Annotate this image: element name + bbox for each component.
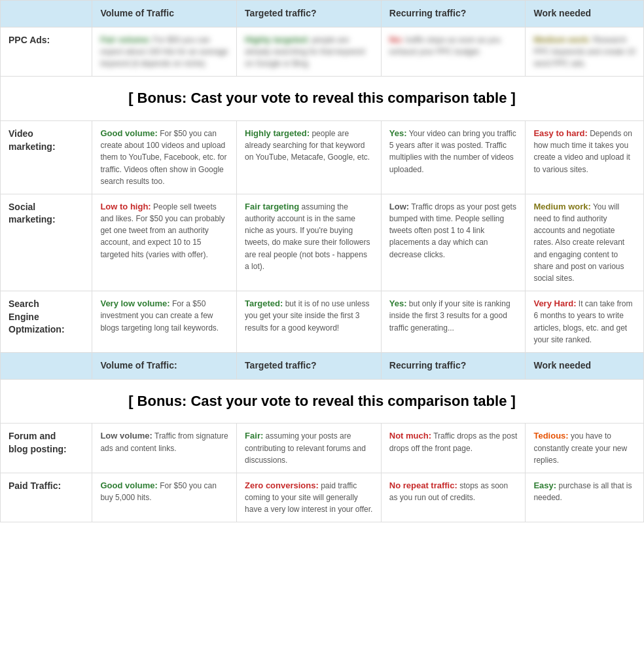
table-cell: Good volume: For $50 you can create abou… <box>92 120 237 194</box>
cell-highlight: Good volume: <box>100 128 157 138</box>
bonus-text-1: [ Bonus: Cast your vote to reveal this c… <box>128 90 516 106</box>
cell-text: Your video can bring you traffic 5 years… <box>389 129 516 174</box>
cell-text: but only if your site is ranking inside … <box>389 299 510 332</box>
col-header-work: Work needed <box>526 1 644 27</box>
bonus-row-1[interactable]: [ Bonus: Cast your vote to reveal this c… <box>1 77 644 121</box>
cell-text: You will need to find authority accounts… <box>533 202 624 283</box>
cell-highlight: Zero conversions: <box>245 480 319 490</box>
table-cell: Yes: Your video can bring you traffic 5 … <box>381 120 526 194</box>
table-cell: Yes: but only if your site is ranking in… <box>381 291 526 353</box>
cell-highlight: Medium work: <box>533 35 590 45</box>
cell-highlight: Easy to hard: <box>533 128 587 138</box>
table-cell: Easy to hard: Depends on how much time i… <box>526 120 644 194</box>
bonus-row-2[interactable]: [ Bonus: Cast your vote to reveal this c… <box>1 379 644 424</box>
cell-highlight: Low: <box>389 202 409 211</box>
table-cell: Very Hard: It can take from 6 months to … <box>526 291 644 353</box>
table-cell: Fair: assuming your posts are contributi… <box>237 424 382 473</box>
repeat-col-header-1: Targeted traffic? <box>237 352 382 379</box>
cell-highlight: Targeted: <box>245 298 283 308</box>
repeat-header-row: Volume of Traffic:Targeted traffic?Recur… <box>1 352 644 379</box>
table-row: PPC Ads:Fair volume: For $50 you can exp… <box>1 27 644 77</box>
table-cell: Tedious: you have to constantly create y… <box>526 424 644 473</box>
row-label: Socialmarketing: <box>1 194 92 291</box>
row-label: PPC Ads: <box>1 27 92 77</box>
cell-highlight: Highly targeted: <box>245 128 310 138</box>
cell-highlight: Very low volume: <box>100 298 170 308</box>
table-cell: Not much: Traffic drops as the post drop… <box>381 424 526 473</box>
cell-highlight: Tedious: <box>533 431 568 441</box>
col-header-volume: Volume of Traffic <box>92 1 237 27</box>
table-row: Forum andblog posting:Low volume: Traffi… <box>1 424 644 473</box>
cell-highlight: Medium work: <box>533 202 590 211</box>
table-cell: No: traffic stops as soon as you exhaust… <box>381 27 526 77</box>
table-cell: Medium work: You will need to find autho… <box>526 194 644 291</box>
repeat-col-header-2: Recurring traffic? <box>381 352 526 379</box>
bonus-text-2: [ Bonus: Cast your vote to reveal this c… <box>128 393 516 409</box>
table-cell: Good volume: For $50 you can buy 5,000 h… <box>92 473 237 522</box>
repeat-col-header-0: Volume of Traffic: <box>92 352 237 379</box>
table-cell: Low: Traffic drops as your post gets bum… <box>381 194 526 291</box>
cell-highlight: Not much: <box>389 431 431 441</box>
table-row: Socialmarketing:Low to high: People sell… <box>1 194 644 291</box>
cell-text: assuming your posts are contributing to … <box>245 431 366 464</box>
table-cell: Highly targeted: people are already sear… <box>237 120 382 194</box>
repeat-col-header-3: Work needed <box>526 352 644 379</box>
cell-highlight: No: <box>389 35 404 45</box>
table-cell: Fair targeting assuming the authority ac… <box>237 194 382 291</box>
table-cell: Low volume: Traffic from signature ads a… <box>92 424 237 473</box>
table-row: Paid Traffic:Good volume: For $50 you ca… <box>1 473 644 522</box>
table-cell: Low to high: People sell tweets and like… <box>92 194 237 291</box>
table-cell: No repeat traffic: stops as soon as you … <box>381 473 526 522</box>
col-header-recurring: Recurring traffic? <box>381 1 526 27</box>
cell-highlight: Fair volume: <box>100 35 151 45</box>
cell-highlight: Fair targeting <box>245 202 299 211</box>
cell-highlight: Very Hard: <box>533 298 576 308</box>
cell-highlight: Fair: <box>245 431 263 441</box>
header-row: Volume of Traffic Targeted traffic? Recu… <box>1 1 644 27</box>
col-header-targeted: Targeted traffic? <box>237 1 382 27</box>
cell-text: traffic stops as soon as you exhaust you… <box>389 35 501 56</box>
row-label: Paid Traffic: <box>1 473 92 522</box>
cell-highlight: Low to high: <box>100 202 151 211</box>
col-header-label <box>1 1 92 27</box>
table-cell: Medium work: Research PPC keywords and c… <box>526 27 644 77</box>
row-label: Videomarketing: <box>1 120 92 194</box>
cell-highlight: Easy: <box>533 480 556 490</box>
cell-text: assuming the authority account is in the… <box>245 202 370 271</box>
comparison-table: Volume of Traffic Targeted traffic? Recu… <box>0 0 644 522</box>
table-cell: Targeted: but it is of no use unless you… <box>237 291 382 353</box>
table-cell: Very low volume: For a $50 investment yo… <box>92 291 237 353</box>
cell-highlight: Yes: <box>389 128 407 138</box>
cell-highlight: Highly targeted: <box>245 35 310 45</box>
table-cell: Easy: purchase is all that is needed. <box>526 473 644 522</box>
cell-highlight: Low volume: <box>100 431 152 441</box>
cell-highlight: Yes: <box>389 298 407 308</box>
table-cell: Zero conversions: paid traffic coming to… <box>237 473 382 522</box>
table-row: Videomarketing:Good volume: For $50 you … <box>1 120 644 194</box>
table-cell: Fair volume: For $50 you can expect abou… <box>92 27 237 77</box>
table-cell: Highly targeted: people are already sear… <box>237 27 382 77</box>
table-row: SearchEngineOptmization:Very low volume:… <box>1 291 644 353</box>
cell-highlight: Good volume: <box>100 480 157 490</box>
cell-highlight: No repeat traffic: <box>389 480 457 490</box>
row-label: SearchEngineOptmization: <box>1 291 92 353</box>
row-label: Forum andblog posting: <box>1 424 92 473</box>
